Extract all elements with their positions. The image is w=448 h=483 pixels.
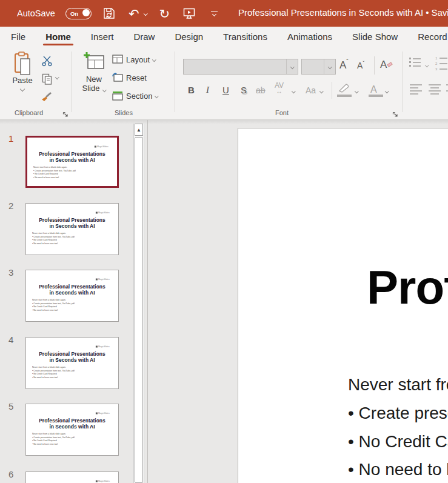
slide-thumbnail-preview[interactable]: MagicSlides Professional Presentationsin… <box>25 337 119 389</box>
paste-button[interactable]: Paste <box>8 52 36 91</box>
magicslides-logo-icon: MagicSlides <box>96 412 110 415</box>
font-size-combobox[interactable] <box>301 59 336 75</box>
autosave-label: AutoSave <box>17 8 55 18</box>
font-name-combobox[interactable] <box>183 59 298 75</box>
powerpoint-window: AutoSave On ↶ ↻ <box>0 0 448 483</box>
text-shadow-button[interactable]: S <box>241 85 247 95</box>
section-dropdown-icon[interactable] <box>155 94 158 98</box>
mini-slide-title: Professional Presentationsin Seconds wit… <box>26 284 118 296</box>
align-center-button[interactable] <box>428 84 441 96</box>
new-slide-icon <box>83 52 105 75</box>
mini-slide-body: Never start from a blank slide again. • … <box>32 365 117 379</box>
numbering-button[interactable]: 1 2 3 <box>435 56 447 73</box>
cut-icon[interactable] <box>39 53 54 68</box>
tab-draw[interactable]: Draw <box>133 27 155 47</box>
new-slide-button[interactable]: New Slide <box>79 52 109 93</box>
slides-group-label: Slides <box>115 109 133 116</box>
slide-thumbnail[interactable]: 3 MagicSlides Professional Presentations… <box>0 270 133 324</box>
slide-number: 6 <box>8 469 13 479</box>
slide-title-text[interactable]: Professional Presentations in Seconds wi… <box>367 260 448 315</box>
tab-home[interactable]: Home <box>45 27 71 47</box>
clipboard-group-label: Clipboard <box>15 109 43 116</box>
layout-button[interactable]: Layout <box>112 54 156 65</box>
title-bar: AutoSave On ↶ ↻ <box>0 0 448 27</box>
redo-icon[interactable]: ↻ <box>157 6 172 21</box>
reset-button[interactable]: Reset <box>112 72 147 83</box>
copy-dropdown-icon[interactable] <box>55 75 59 79</box>
increase-font-size-button[interactable]: Aˆ <box>339 59 349 72</box>
text-highlight-dropdown-icon[interactable] <box>355 89 358 93</box>
slide-thumbnail[interactable]: 6 MagicSlides Professional Presentations… <box>0 471 133 483</box>
slide-thumbnail[interactable]: 2 MagicSlides Professional Presentations… <box>0 203 133 258</box>
scroll-up-button[interactable]: ▲ <box>135 124 143 136</box>
magicslides-logo-icon: MagicSlides <box>96 480 110 482</box>
tab-animations[interactable]: Animations <box>287 27 332 47</box>
font-color-button[interactable]: A <box>370 84 377 95</box>
font-dialog-launcher-icon[interactable] <box>392 109 398 115</box>
italic-button[interactable]: I <box>206 85 209 95</box>
slide-thumbnail[interactable]: 5 MagicSlides Professional Presentations… <box>0 404 133 458</box>
slide-body-line[interactable]: • No need to learn new tool <box>348 460 448 479</box>
ribbon-tabs: File Home Insert Draw Design Transitions… <box>0 27 448 47</box>
present-icon[interactable] <box>182 6 196 21</box>
text-highlight-button[interactable] <box>338 83 351 95</box>
new-slide-dropdown-icon[interactable] <box>102 88 106 92</box>
format-painter-icon[interactable] <box>39 90 54 104</box>
tab-record[interactable]: Record <box>418 27 447 47</box>
magicslides-logo-icon: MagicSlides <box>95 145 109 148</box>
slide-number: 5 <box>8 401 13 411</box>
change-case-button[interactable]: Aa <box>306 85 316 95</box>
font-color-dropdown-icon[interactable] <box>385 89 389 93</box>
underline-button[interactable]: U <box>222 85 229 95</box>
layout-dropdown-icon[interactable] <box>152 58 156 61</box>
mini-slide-title: Professional Presentationsin Seconds wit… <box>26 418 118 430</box>
tab-insert[interactable]: Insert <box>91 27 114 47</box>
tab-transitions[interactable]: Transitions <box>223 27 267 47</box>
autosave-toggle[interactable]: On <box>65 8 92 19</box>
align-left-button[interactable] <box>410 84 423 96</box>
panel-divider[interactable] <box>147 120 148 483</box>
slide-thumbnail-preview[interactable]: MagicSlides Professional Presentationsin… <box>25 203 119 255</box>
slide-number: 2 <box>8 201 13 211</box>
undo-icon[interactable]: ↶ <box>127 6 141 21</box>
magicslides-logo-icon: MagicSlides <box>96 345 110 348</box>
slide-thumbnail[interactable]: 1 MagicSlides Professional Presentations… <box>0 136 133 190</box>
paste-clipboard-icon <box>13 52 32 76</box>
change-case-dropdown-icon[interactable] <box>319 89 323 93</box>
font-name-dropdown-icon <box>290 65 294 68</box>
undo-dropdown-icon[interactable] <box>144 12 147 15</box>
quick-access-toolbar-icon[interactable] <box>207 6 221 21</box>
bullets-button[interactable] <box>409 58 421 68</box>
font-size-dropdown-icon <box>328 65 332 68</box>
strikethrough-button[interactable]: ab <box>256 85 266 95</box>
character-spacing-dropdown-icon[interactable] <box>292 89 295 93</box>
scrollbar-thumb[interactable] <box>135 137 143 483</box>
section-button[interactable]: Section <box>112 90 158 101</box>
bullets-dropdown-icon[interactable] <box>425 63 429 67</box>
slide-body-line[interactable]: • Create presentation from text, YouTube… <box>348 404 448 423</box>
tab-file[interactable]: File <box>11 27 25 47</box>
mini-slide-body: Never start from a blank slide again. • … <box>32 232 117 245</box>
slide-thumbnail-preview[interactable]: MagicSlides Professional Presentationsin… <box>25 404 119 456</box>
character-spacing-button[interactable]: AV↔ <box>275 83 284 94</box>
tab-design[interactable]: Design <box>175 27 203 47</box>
thumbnail-scrollbar[interactable]: ▲ <box>133 124 144 483</box>
bold-button[interactable]: B <box>188 85 195 95</box>
tab-slide-show[interactable]: Slide Show <box>352 27 398 47</box>
font-color-bar <box>369 95 383 97</box>
slide-thumbnail[interactable]: 4 MagicSlides Professional Presentations… <box>0 337 133 391</box>
clear-formatting-button[interactable]: A <box>380 59 392 71</box>
slide-thumbnail-preview[interactable]: MagicSlides Professional Presentationsin… <box>25 136 119 188</box>
slide-body-line[interactable]: • No Credit Card Required <box>348 432 448 451</box>
slide-thumbnail-preview[interactable]: MagicSlides Professional Presentationsin… <box>25 471 119 483</box>
paste-dropdown-icon[interactable] <box>20 87 25 92</box>
align-right-button[interactable] <box>445 84 448 96</box>
slide-body-line[interactable]: Never start from a blank slide again. <box>348 375 448 395</box>
save-icon[interactable] <box>102 6 116 21</box>
slide-canvas[interactable]: Professional Presentations in Seconds wi… <box>238 128 448 483</box>
slide-thumbnail-preview[interactable]: MagicSlides Professional Presentationsin… <box>25 270 119 322</box>
clipboard-dialog-launcher-icon[interactable] <box>62 109 69 115</box>
mini-slide-title: Professional Presentationsin Seconds wit… <box>26 218 118 229</box>
decrease-font-size-button[interactable]: Aˇ <box>357 60 364 70</box>
copy-icon[interactable] <box>39 72 54 86</box>
